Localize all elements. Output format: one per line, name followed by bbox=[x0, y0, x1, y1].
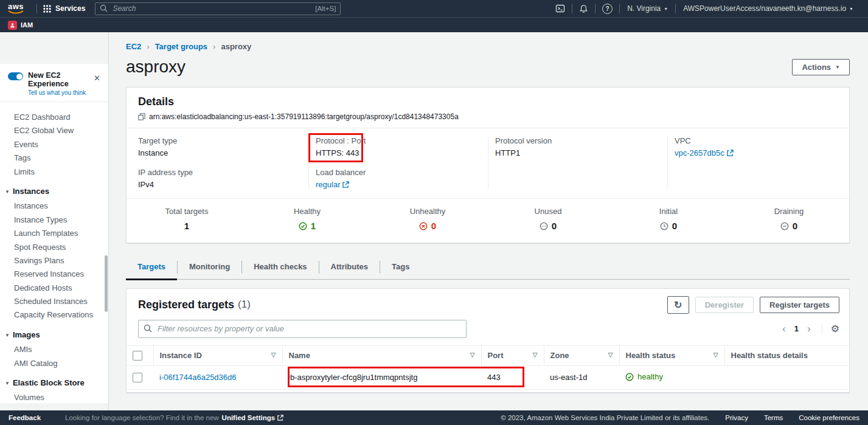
tab-targets[interactable]: Targets bbox=[126, 255, 177, 279]
registered-targets-card: Registered targets (1) Deregister Regist… bbox=[126, 288, 850, 393]
table-settings-gear-icon[interactable] bbox=[822, 323, 839, 334]
stat-label-initial: Initial bbox=[608, 207, 729, 216]
services-menu[interactable]: Services bbox=[43, 4, 85, 13]
copy-icon[interactable] bbox=[138, 113, 145, 120]
column-header-name[interactable]: Name bbox=[282, 345, 481, 366]
help-icon: ? bbox=[602, 4, 613, 14]
field-label-vpc: VPC bbox=[675, 136, 839, 145]
actions-button[interactable]: Actions bbox=[792, 59, 850, 75]
refresh-button[interactable] bbox=[667, 296, 689, 314]
breadcrumb-target-groups[interactable]: Target groups bbox=[155, 42, 207, 51]
sidebar-item-capacity-reservations[interactable]: Capacity Reservations bbox=[0, 308, 108, 322]
sort-icon bbox=[533, 351, 538, 358]
field-value-protocol-version: HTTP1 bbox=[495, 148, 658, 157]
filter-input[interactable] bbox=[138, 320, 467, 338]
account-menu[interactable]: AWSPowerUserAccess/navaneeth.kn@harness.… bbox=[676, 4, 861, 13]
unified-settings-link[interactable]: Unified Settings bbox=[222, 414, 284, 421]
row-checkbox[interactable] bbox=[133, 373, 142, 382]
instance-id-link[interactable]: i-06f1744a6a25d36d6 bbox=[159, 373, 237, 382]
registered-targets-title: Registered targets bbox=[138, 299, 234, 311]
registered-targets-count: (1) bbox=[238, 299, 251, 311]
search-input[interactable] bbox=[95, 2, 341, 15]
close-icon[interactable] bbox=[94, 74, 100, 83]
column-header-health-status[interactable]: Health status bbox=[619, 345, 724, 366]
sidebar-item-instances[interactable]: Instances bbox=[0, 199, 108, 213]
sidebar-item-volumes[interactable]: Volumes bbox=[0, 391, 108, 403]
field-value-protocol-port: HTTPS: 443 bbox=[316, 148, 478, 157]
chevron-down-icon bbox=[5, 184, 10, 199]
sidebar-item-tags[interactable]: Tags bbox=[0, 151, 108, 165]
region-selector[interactable]: N. Virginia bbox=[620, 4, 675, 13]
sidebar-item-amis[interactable]: AMIs bbox=[0, 343, 108, 356]
register-targets-button[interactable]: Register targets bbox=[760, 297, 839, 313]
notifications-button[interactable] bbox=[572, 4, 595, 13]
stat-value-total-targets: 1 bbox=[184, 221, 189, 231]
target-port: 443 bbox=[481, 366, 544, 390]
sort-icon bbox=[608, 351, 613, 358]
column-header-port[interactable]: Port bbox=[481, 345, 544, 366]
external-link-icon bbox=[727, 150, 734, 156]
column-header-health-status-details[interactable]: Health status details bbox=[724, 345, 849, 366]
sidebar-section-instances[interactable]: Instances bbox=[0, 185, 108, 198]
sidebar-item-launch-templates[interactable]: Launch Templates bbox=[0, 227, 108, 240]
stat-value-unhealthy: 0 bbox=[431, 221, 436, 231]
cloudshell-button[interactable] bbox=[549, 4, 572, 13]
sidebar-section-images[interactable]: Images bbox=[0, 328, 108, 342]
ellipsis-circle-icon bbox=[540, 222, 548, 230]
aws-logo[interactable]: aws bbox=[7, 3, 24, 15]
chevron-down-icon bbox=[5, 376, 10, 390]
sidebar-item-dedicated-hosts[interactable]: Dedicated Hosts bbox=[0, 282, 108, 295]
previous-page-button[interactable] bbox=[777, 323, 791, 334]
sidebar-item-ec2-global-view[interactable]: EC2 Global View bbox=[0, 124, 108, 137]
sidebar-item-limits[interactable]: Limits bbox=[0, 165, 108, 179]
external-link-icon bbox=[277, 415, 283, 421]
privacy-link[interactable]: Privacy bbox=[725, 414, 748, 421]
sidebar-item-reserved-instances[interactable]: Reserved Instances bbox=[0, 268, 108, 281]
sidebar-item-scheduled-instances[interactable]: Scheduled Instances bbox=[0, 295, 108, 308]
search-shortcut-hint: [Alt+S] bbox=[315, 5, 336, 12]
favorite-iam[interactable]: IAM bbox=[8, 21, 33, 30]
sidebar-scrollbar[interactable] bbox=[105, 255, 108, 312]
page-number[interactable]: 1 bbox=[791, 324, 802, 333]
health-status-details bbox=[724, 366, 849, 390]
tab-tags[interactable]: Tags bbox=[380, 255, 421, 279]
sidebar-item-ec2-dashboard[interactable]: EC2 Dashboard bbox=[0, 111, 108, 124]
account-label: AWSPowerUserAccess/navaneeth.kn@harness.… bbox=[683, 4, 846, 13]
select-all-checkbox[interactable] bbox=[133, 351, 142, 361]
details-heading: Details bbox=[138, 95, 838, 108]
feedback-link[interactable]: Feedback bbox=[9, 414, 41, 421]
breadcrumb-ec2[interactable]: EC2 bbox=[126, 42, 141, 51]
aws-console-screen: aws Services [Alt+S] bbox=[0, 0, 868, 425]
main-content: EC2 › Target groups › asproxy asproxy Ac… bbox=[109, 32, 868, 410]
sidebar-item-savings-plans[interactable]: Savings Plans bbox=[0, 254, 108, 268]
chevron-down-icon bbox=[5, 328, 10, 342]
stat-label-unhealthy: Unhealthy bbox=[367, 207, 488, 216]
column-header-instance-id[interactable]: Instance ID bbox=[153, 345, 282, 366]
region-label: N. Virginia bbox=[627, 4, 661, 13]
load-balancer-link[interactable]: regular bbox=[316, 180, 349, 189]
global-search[interactable]: [Alt+S] bbox=[95, 2, 341, 15]
sidebar-section-elastic-block-store[interactable]: Elastic Block Store bbox=[0, 376, 108, 390]
next-page-button[interactable] bbox=[802, 323, 816, 334]
tab-monitoring[interactable]: Monitoring bbox=[178, 255, 241, 279]
sidebar-item-spot-requests[interactable]: Spot Requests bbox=[0, 241, 108, 254]
field-label-ip-address-type: IP address type bbox=[138, 168, 299, 177]
field-label-protocol-version: Protocol version bbox=[495, 136, 658, 145]
cookie-preferences-link[interactable]: Cookie preferences bbox=[799, 414, 859, 421]
deregister-button[interactable]: Deregister bbox=[695, 297, 754, 313]
new-experience-feedback-link[interactable]: Tell us what you think bbox=[28, 89, 102, 96]
terms-link[interactable]: Terms bbox=[764, 414, 783, 421]
sort-icon bbox=[271, 351, 276, 358]
tab-attributes[interactable]: Attributes bbox=[319, 255, 380, 279]
sidebar-item-events[interactable]: Events bbox=[0, 138, 108, 151]
sidebar-item-instance-types[interactable]: Instance Types bbox=[0, 213, 108, 227]
vpc-link[interactable]: vpc-2657db5c bbox=[675, 148, 734, 157]
column-header-zone[interactable]: Zone bbox=[544, 345, 619, 366]
tab-health-checks[interactable]: Health checks bbox=[242, 255, 318, 279]
target-zone: us-east-1d bbox=[544, 366, 619, 390]
sidebar-item-ami-catalog[interactable]: AMI Catalog bbox=[0, 357, 108, 370]
help-button[interactable]: ? bbox=[595, 4, 619, 14]
check-circle-icon bbox=[625, 373, 634, 381]
new-experience-toggle[interactable] bbox=[8, 72, 23, 80]
new-experience-card: New EC2 Experience Tell us what you thin… bbox=[0, 64, 108, 102]
